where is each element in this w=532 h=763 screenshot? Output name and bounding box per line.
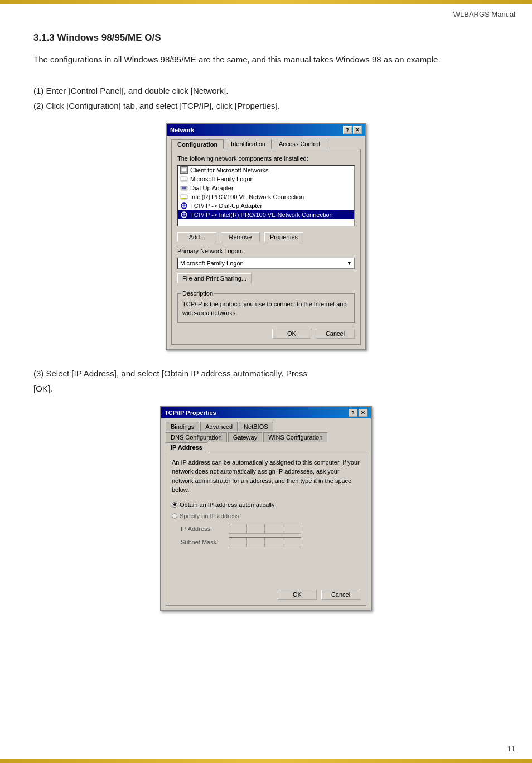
description-text: TCP/IP is the protocol you use to connec… <box>182 297 350 318</box>
page-content: 3.1.3 Windows 98/95/ME O/S The configura… <box>0 21 532 649</box>
ip-address-label: IP Address: <box>181 525 225 532</box>
svg-rect-2 <box>182 173 186 173</box>
step3-line1: (3) Select [IP Address], and select [Obt… <box>33 366 499 381</box>
primary-logon-dropdown[interactable]: Microsoft Family Logon ▼ <box>177 258 355 269</box>
step1-text: (1) Enter [Control Panel], and double cl… <box>33 83 499 113</box>
client-icon <box>180 166 188 174</box>
family-icon <box>180 175 188 183</box>
svg-rect-7 <box>182 187 186 189</box>
tcpip-help-button[interactable]: ? <box>349 409 357 417</box>
tcpip-ok-button[interactable]: OK <box>278 590 317 600</box>
subnet-seg2 <box>248 538 265 547</box>
network-tab-content: The following network components are ins… <box>171 149 361 345</box>
add-button[interactable]: Add... <box>177 232 216 242</box>
subnet-mask-input <box>229 537 301 547</box>
tab-wins[interactable]: WINS Configuration <box>263 432 327 442</box>
tab-dns[interactable]: DNS Configuration <box>166 432 227 442</box>
tcpip-intel-icon <box>180 211 188 219</box>
svg-rect-3 <box>182 168 187 171</box>
ip-seg1 <box>230 524 247 533</box>
specify-ip-label: Specify an IP address: <box>180 513 241 519</box>
tcpip-tabs-row2: DNS Configuration Gateway WINS Configura… <box>166 432 366 452</box>
specify-ip-row: Specify an IP address: <box>172 513 360 519</box>
description-groupbox: Description TCP/IP is the protocol you u… <box>177 293 355 323</box>
intel-icon <box>180 193 188 201</box>
obtain-auto-label: Obtain an IP address automatically <box>180 501 274 508</box>
help-button[interactable]: ? <box>343 126 352 134</box>
dialup-icon <box>180 184 188 192</box>
tcpip-dialog-body: Bindings Advanced NetBIOS DNS Configurat… <box>161 418 371 610</box>
file-sharing-button[interactable]: File and Print Sharing... <box>177 273 252 283</box>
list-item-client-label: Client for Microsoft Networks <box>190 167 269 173</box>
list-item-dialup-label: Dial-Up Adapter <box>190 185 234 191</box>
description-label: Description <box>181 290 214 297</box>
tcpip-win-controls: ? ✕ <box>349 409 367 417</box>
list-item-intel: Intel(R) PRO/100 VE Network Connection <box>178 192 354 201</box>
page-header: WLBARGS Manual <box>0 4 532 21</box>
win-controls: ? ✕ <box>343 126 362 134</box>
properties-button[interactable]: Properties <box>264 232 303 242</box>
tab-netbios[interactable]: NetBIOS <box>239 422 273 431</box>
tcpip-close-button[interactable]: ✕ <box>359 409 367 417</box>
ip-seg4 <box>283 524 299 533</box>
list-item-client: Client for Microsoft Networks <box>178 166 354 175</box>
subnet-mask-label: Subnet Mask: <box>181 539 225 545</box>
spacer <box>172 550 360 584</box>
tcpip-dialog: TCP/IP Properties ? ✕ Bindings Advanced … <box>160 406 372 611</box>
primary-logon-label: Primary Network Logon: <box>177 248 243 254</box>
network-tabs: Configuration Identification Access Cont… <box>171 139 361 149</box>
remove-button[interactable]: Remove <box>221 232 260 242</box>
tab-advanced[interactable]: Advanced <box>200 422 238 431</box>
tcpip-dialog-titlebar: TCP/IP Properties ? ✕ <box>161 407 371 418</box>
network-action-buttons: Add... Remove Properties <box>177 232 355 242</box>
components-label: The following network components are ins… <box>177 155 355 162</box>
top-gold-bar <box>0 0 532 4</box>
list-item-intel-label: Intel(R) PRO/100 VE Network Connection <box>190 194 304 200</box>
list-item-tcpip-intel: TCP/IP -> Intel(R) PRO/100 VE Network Co… <box>178 210 354 219</box>
primary-logon-value: Microsoft Family Logon <box>180 260 244 267</box>
components-listbox[interactable]: Client for Microsoft Networks Microsoft … <box>177 165 355 226</box>
tcpip-cancel-button[interactable]: Cancel <box>321 590 360 600</box>
network-cancel-button[interactable]: Cancel <box>316 329 355 339</box>
network-ok-button[interactable]: OK <box>272 329 311 339</box>
tab-gateway[interactable]: Gateway <box>228 432 262 442</box>
tab-ip-address[interactable]: IP Address <box>166 442 207 452</box>
specify-ip-radio[interactable] <box>172 513 177 519</box>
section-title: 3.1.3 Windows 98/95/ME O/S <box>33 32 499 44</box>
svg-rect-10 <box>182 198 186 199</box>
subnet-seg1 <box>230 538 247 547</box>
tab-access-control[interactable]: Access Control <box>273 139 326 149</box>
subnet-seg3 <box>266 538 283 547</box>
tcpip-tabs-row1: Bindings Advanced NetBIOS <box>166 422 366 431</box>
tab-configuration[interactable]: Configuration <box>171 139 224 149</box>
ip-address-input <box>229 524 301 534</box>
list-item-tcpip-dialup: TCP/IP -> Dial-Up Adapter <box>178 201 354 210</box>
network-dialog-titlebar: Network ? ✕ <box>167 124 365 136</box>
subnet-mask-row: Subnet Mask: <box>181 537 360 547</box>
list-item-tcpip-dialup-label: TCP/IP -> Dial-Up Adapter <box>190 202 262 209</box>
ip-seg3 <box>266 524 283 533</box>
tcpip-tab-content: An IP address can be automatically assig… <box>166 452 366 606</box>
close-button[interactable]: ✕ <box>353 126 362 134</box>
tcpip-dialup-icon <box>180 202 188 210</box>
tab-identification[interactable]: Identification <box>225 139 272 149</box>
step3-text: (3) Select [IP Address], and select [Obt… <box>33 366 499 396</box>
tcpip-info-text: An IP address can be automatically assig… <box>172 458 360 495</box>
network-dialog-wrapper: Network ? ✕ Configuration Identification… <box>33 123 499 350</box>
tab-bindings[interactable]: Bindings <box>166 422 199 431</box>
primary-logon-row: Primary Network Logon: <box>177 248 355 254</box>
network-dialog: Network ? ✕ Configuration Identification… <box>166 123 366 350</box>
list-item-dialup: Dial-Up Adapter <box>178 183 354 192</box>
tcpip-dialog-title: TCP/IP Properties <box>165 409 216 416</box>
network-dialog-body: Configuration Identification Access Cont… <box>167 136 365 349</box>
intro-text: The configurations in all Windows 98/95/… <box>33 54 499 66</box>
step3-line2: [OK]. <box>33 381 499 396</box>
list-item-tcpip-intel-label: TCP/IP -> Intel(R) PRO/100 VE Network Co… <box>190 211 333 218</box>
svg-rect-1 <box>183 172 185 173</box>
network-ok-cancel: OK Cancel <box>177 329 355 339</box>
obtain-auto-radio[interactable] <box>172 502 177 508</box>
dropdown-arrow: ▼ <box>347 260 352 266</box>
svg-rect-5 <box>181 177 187 180</box>
list-item-family: Microsoft Family Logon <box>178 175 354 183</box>
bottom-gold-bar <box>0 759 532 763</box>
